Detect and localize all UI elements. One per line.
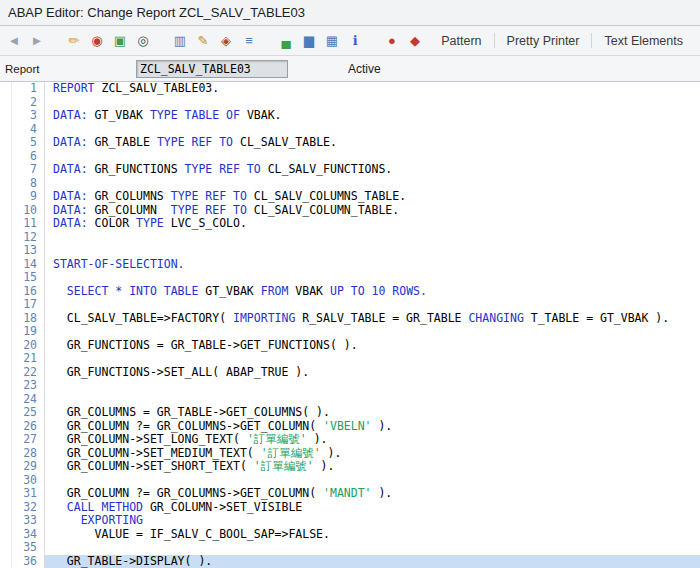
code-line[interactable]: 10DATA: GR_COLUMN TYPE REF TO CL_SALV_CO… bbox=[0, 204, 700, 218]
breakpoint-margin[interactable] bbox=[0, 190, 12, 204]
code-line[interactable]: 35 bbox=[0, 541, 700, 555]
breakpoint-margin[interactable] bbox=[0, 177, 12, 191]
breakpoint-margin[interactable] bbox=[0, 474, 12, 488]
hierarchy-icon[interactable]: ≡ bbox=[240, 32, 258, 50]
breakpoint-margin[interactable] bbox=[0, 541, 12, 555]
code-line[interactable]: 1REPORT ZCL_SALV_TABLE03. bbox=[0, 82, 700, 96]
toolbar-button-pretty-printer[interactable]: Pretty Printer bbox=[495, 31, 592, 51]
code-line[interactable]: 27 GR_COLUMN->SET_LONG_TEXT( '訂單編號' ). bbox=[0, 433, 700, 447]
report-input[interactable] bbox=[136, 60, 288, 78]
breakpoint-margin[interactable] bbox=[0, 406, 12, 420]
check-icon[interactable]: ◉ bbox=[88, 32, 106, 50]
breakpoint-margin[interactable] bbox=[0, 150, 12, 164]
breakpoint-margin[interactable] bbox=[0, 217, 12, 231]
code-line[interactable]: 9DATA: GR_COLUMNS TYPE REF TO CL_SALV_CO… bbox=[0, 190, 700, 204]
code-line[interactable]: 36 GR_TABLE->DISPLAY( ). bbox=[0, 555, 700, 568]
forward-icon[interactable]: ► bbox=[28, 32, 46, 50]
breakpoint-margin[interactable] bbox=[0, 285, 12, 299]
code-line[interactable]: 30 bbox=[0, 474, 700, 488]
breakpoint-margin[interactable] bbox=[0, 271, 12, 285]
breakpoint-margin[interactable] bbox=[0, 325, 12, 339]
display-change-icon[interactable]: ✏ bbox=[65, 32, 83, 50]
breakpoint-margin[interactable] bbox=[0, 352, 12, 366]
code-line[interactable]: 2 bbox=[0, 96, 700, 110]
code-line[interactable]: 8 bbox=[0, 177, 700, 191]
breakpoint-margin[interactable] bbox=[0, 312, 12, 326]
breakpoint-margin[interactable] bbox=[0, 433, 12, 447]
code-line[interactable]: 34 VALUE = IF_SALV_C_BOOL_SAP=>FALSE. bbox=[0, 528, 700, 542]
breakpoint-margin[interactable] bbox=[0, 393, 12, 407]
breakpoint-margin[interactable] bbox=[0, 460, 12, 474]
code-line[interactable]: 25 GR_COLUMNS = GR_TABLE->GET_COLUMNS( )… bbox=[0, 406, 700, 420]
stop-icon[interactable]: ◆ bbox=[406, 32, 424, 50]
line-number: 32 bbox=[12, 501, 44, 515]
code-line[interactable]: 19 bbox=[0, 325, 700, 339]
where-used-icon[interactable]: ◈ bbox=[217, 32, 235, 50]
back-icon[interactable]: ◄ bbox=[5, 32, 23, 50]
execute-icon[interactable]: ◎ bbox=[134, 32, 152, 50]
code-line[interactable]: 21 bbox=[0, 352, 700, 366]
breakpoint-margin[interactable] bbox=[0, 298, 12, 312]
toolbar-button-text-elements[interactable]: Text Elements bbox=[592, 31, 695, 51]
table-icon[interactable]: ▦ bbox=[323, 32, 341, 50]
code-line[interactable]: 15 bbox=[0, 271, 700, 285]
code-line[interactable]: 31 GR_COLUMN ?= GR_COLUMNS->GET_COLUMN( … bbox=[0, 487, 700, 501]
code-line[interactable]: 16 SELECT * INTO TABLE GT_VBAK FROM VBAK… bbox=[0, 285, 700, 299]
breakpoint-margin[interactable] bbox=[0, 379, 12, 393]
toolbar-button-pattern[interactable]: Pattern bbox=[429, 31, 493, 51]
code-line[interactable]: 26 GR_COLUMN ?= GR_COLUMNS->GET_COLUMN( … bbox=[0, 420, 700, 434]
code-line[interactable]: 3DATA: GT_VBAK TYPE TABLE OF VBAK. bbox=[0, 109, 700, 123]
breakpoint-margin[interactable] bbox=[0, 136, 12, 150]
line-number: 17 bbox=[12, 298, 44, 312]
code-line[interactable]: 28 GR_COLUMN->SET_MEDIUM_TEXT( '訂單編號' ). bbox=[0, 447, 700, 461]
code-line[interactable]: 11DATA: COLOR TYPE LVC_S_COLO. bbox=[0, 217, 700, 231]
code-text bbox=[44, 271, 700, 285]
breakpoint-margin[interactable] bbox=[0, 339, 12, 353]
compare-icon[interactable]: ▥ bbox=[171, 32, 189, 50]
sort-asc-icon[interactable]: ▄ bbox=[277, 32, 295, 50]
code-line[interactable]: 18 CL_SALV_TABLE=>FACTORY( IMPORTING R_S… bbox=[0, 312, 700, 326]
breakpoint-margin[interactable] bbox=[0, 514, 12, 528]
code-line[interactable]: 22 GR_FUNCTIONS->SET_ALL( ABAP_TRUE ). bbox=[0, 366, 700, 380]
code-line[interactable]: 5DATA: GR_TABLE TYPE REF TO CL_SALV_TABL… bbox=[0, 136, 700, 150]
code-line[interactable]: 32 CALL METHOD GR_COLUMN->SET_VISIBLE bbox=[0, 501, 700, 515]
code-line[interactable]: 4 bbox=[0, 123, 700, 137]
breakpoint-margin[interactable] bbox=[0, 528, 12, 542]
breakpoint-margin[interactable] bbox=[0, 109, 12, 123]
pattern-wand-icon[interactable]: ✎ bbox=[194, 32, 212, 50]
breakpoint-margin[interactable] bbox=[0, 258, 12, 272]
sort-desc-icon[interactable]: ▆ bbox=[300, 32, 318, 50]
breakpoint-margin[interactable] bbox=[0, 244, 12, 258]
code-line[interactable]: 7DATA: GR_FUNCTIONS TYPE REF TO CL_SALV_… bbox=[0, 163, 700, 177]
code-text: VALUE = IF_SALV_C_BOOL_SAP=>FALSE. bbox=[44, 528, 700, 542]
code-line[interactable]: 29 GR_COLUMN->SET_SHORT_TEXT( '訂單編號' ). bbox=[0, 460, 700, 474]
breakpoint-margin[interactable] bbox=[0, 366, 12, 380]
breakpoint-margin[interactable] bbox=[0, 82, 12, 96]
code-text bbox=[44, 393, 700, 407]
breakpoint-margin[interactable] bbox=[0, 555, 12, 568]
breakpoint-margin[interactable] bbox=[0, 420, 12, 434]
code-line[interactable]: 24 bbox=[0, 393, 700, 407]
breakpoint-margin[interactable] bbox=[0, 487, 12, 501]
breakpoint-margin[interactable] bbox=[0, 501, 12, 515]
toolbar-separator bbox=[157, 32, 166, 50]
info-icon[interactable]: ℹ bbox=[346, 32, 364, 50]
code-editor[interactable]: 1REPORT ZCL_SALV_TABLE03.23DATA: GT_VBAK… bbox=[0, 82, 700, 568]
code-line[interactable]: 17 bbox=[0, 298, 700, 312]
code-line[interactable]: 6 bbox=[0, 150, 700, 164]
breakpoint-margin[interactable] bbox=[0, 96, 12, 110]
breakpoint-margin[interactable] bbox=[0, 447, 12, 461]
breakpoint-margin[interactable] bbox=[0, 204, 12, 218]
code-line[interactable]: 14START-OF-SELECTION. bbox=[0, 258, 700, 272]
breakpoint-margin[interactable] bbox=[0, 163, 12, 177]
activate-icon[interactable]: ▣ bbox=[111, 32, 129, 50]
code-line[interactable]: 12 bbox=[0, 231, 700, 245]
code-line[interactable]: 20 GR_FUNCTIONS = GR_TABLE->GET_FUNCTION… bbox=[0, 339, 700, 353]
breakpoint-icon[interactable]: ● bbox=[383, 32, 401, 50]
code-line[interactable]: 33 EXPORTING bbox=[0, 514, 700, 528]
breakpoint-margin[interactable] bbox=[0, 123, 12, 137]
breakpoint-margin[interactable] bbox=[0, 231, 12, 245]
code-text bbox=[44, 96, 700, 110]
code-line[interactable]: 23 bbox=[0, 379, 700, 393]
code-line[interactable]: 13 bbox=[0, 244, 700, 258]
